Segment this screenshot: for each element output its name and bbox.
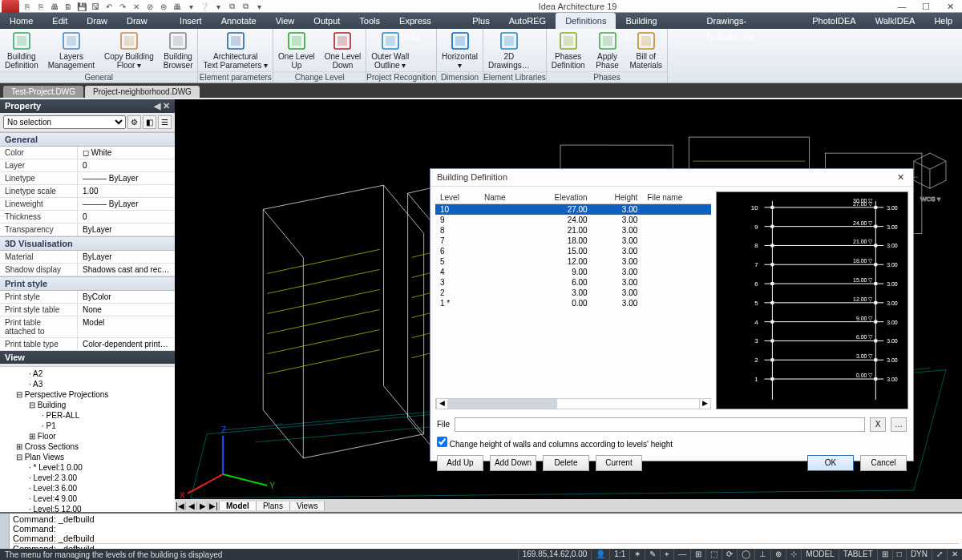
status-cell[interactable]: ⬚ [705, 549, 722, 560]
ribbon-button[interactable]: Bill ofMaterials [625, 29, 668, 71]
menu-item[interactable]: Annotate [212, 13, 266, 29]
cancel-button[interactable]: Cancel [860, 455, 907, 471]
status-cell[interactable]: □ [892, 549, 906, 560]
selection-tool-icon[interactable]: ⚙ [127, 115, 141, 129]
table-row[interactable]: 1027.003.00 [435, 204, 711, 216]
qat-icon[interactable]: 🖶 [171, 0, 184, 13]
menu-item[interactable]: PhotoIDEA [802, 13, 865, 29]
close-button[interactable]: ✕ [938, 0, 962, 12]
tree-item[interactable]: ⊟ Building [2, 400, 173, 410]
table-row[interactable]: 49.003.00 [435, 267, 711, 277]
ribbon-button[interactable]: BuildingBrowser [159, 29, 198, 71]
layout-nav-button[interactable]: ◀ [186, 502, 197, 510]
menu-item[interactable]: Drawings-Calculations [697, 13, 803, 29]
ribbon-button[interactable]: 2DDrawings… [483, 29, 535, 71]
file-input[interactable] [455, 417, 865, 432]
qat-icon[interactable]: ⊘ [143, 0, 156, 13]
table-row[interactable]: 718.003.00 [435, 236, 711, 246]
property-row[interactable]: Print style tableNone [0, 304, 175, 316]
status-cell[interactable]: 1:1 [609, 549, 629, 560]
layout-nav-button[interactable]: ▶| [208, 502, 220, 510]
property-row[interactable]: Lineweight——— ByLayer [0, 198, 175, 211]
table-row[interactable]: 512.003.00 [435, 256, 711, 267]
ribbon-button[interactable]: BuildingDefinition [0, 29, 43, 71]
qat-icon[interactable]: ⎘ [21, 0, 34, 13]
document-tab[interactable]: Test-Project.DWG [3, 86, 83, 98]
menu-item[interactable]: Output [304, 13, 350, 29]
status-cell[interactable]: DYN [906, 549, 932, 560]
tree-item[interactable]: · PER-ALL [2, 410, 173, 421]
property-row[interactable]: Layer0 [0, 159, 175, 172]
property-row[interactable]: Shadow displayShadows cast and recei… [0, 264, 175, 276]
table-row[interactable]: 615.003.00 [435, 246, 711, 256]
status-cell[interactable]: ✶ [629, 549, 645, 560]
view-panel-header[interactable]: View [0, 351, 175, 364]
ribbon-button[interactable]: One LevelUp [273, 29, 320, 71]
qat-icon[interactable]: ⎘ [34, 0, 47, 13]
qat-icon[interactable]: ❔ [198, 0, 211, 13]
status-cell[interactable]: ⊥ [754, 549, 770, 560]
status-cell[interactable]: TABLET [839, 549, 877, 560]
menu-item[interactable]: Draw 3D [117, 13, 170, 29]
status-cell[interactable]: — [673, 549, 690, 560]
menu-item[interactable]: WalkIDEA [866, 13, 925, 29]
tree-item[interactable]: ⊟ Perspective Projections [2, 389, 173, 400]
menu-item[interactable]: Edit [42, 13, 77, 29]
status-cell[interactable]: ⤢ [932, 549, 947, 560]
qat-icon[interactable]: 🖫 [89, 0, 102, 13]
status-cell[interactable]: ◯ [737, 549, 754, 560]
status-cell[interactable]: 👤 [591, 549, 609, 560]
menu-item[interactable]: View [266, 13, 305, 29]
status-cell[interactable]: ⊕ [770, 549, 786, 560]
property-row[interactable]: MaterialByLayer [0, 251, 175, 264]
collapse-icon[interactable]: ◀ ✕ [154, 101, 170, 111]
property-row[interactable]: Linetype——— ByLayer [0, 172, 175, 185]
qat-icon[interactable]: ▾ [253, 0, 265, 13]
ok-button[interactable]: OK [807, 455, 854, 471]
tree-item[interactable]: ⊞ Cross Sections [2, 441, 173, 452]
property-row[interactable]: Linetype scale1.00 [0, 185, 175, 198]
tree-item[interactable]: · P1 [2, 421, 173, 431]
menu-item[interactable]: Plus [463, 13, 499, 29]
menu-item[interactable]: Definitions [556, 13, 616, 29]
change-height-checkbox[interactable]: Change height of walls and columns accor… [437, 440, 673, 449]
selection-tool-icon[interactable]: ☰ [158, 115, 172, 129]
tree-item[interactable]: · Level:5 12.00 [2, 504, 173, 512]
maximize-button[interactable]: ☐ [914, 0, 938, 12]
status-cell[interactable]: ⊹ [786, 549, 801, 560]
ribbon-button[interactable]: LayersManagement [43, 29, 99, 71]
layout-tab[interactable]: Views [290, 502, 325, 510]
status-cell[interactable]: ⌖ [660, 549, 673, 560]
menu-item[interactable]: Draw [77, 13, 117, 29]
qat-icon[interactable]: 💾 [75, 0, 88, 13]
menu-item[interactable]: Express Tools [390, 13, 463, 29]
add-up-button[interactable]: Add Up [437, 455, 483, 471]
view-tree[interactable]: · A2· A3⊟ Perspective Projections⊟ Build… [0, 367, 175, 512]
selection-dropdown[interactable]: No selection [3, 115, 126, 129]
property-row[interactable]: Color◻ White [0, 147, 175, 159]
property-category[interactable]: General [0, 132, 175, 147]
property-panel-header[interactable]: Property ◀ ✕ [0, 99, 175, 113]
delete-button[interactable]: Delete [543, 455, 589, 471]
minimize-button[interactable]: — [890, 0, 914, 12]
table-row[interactable]: 924.003.00 [435, 215, 711, 225]
menu-item[interactable]: Building Entities [616, 13, 697, 29]
ribbon-button[interactable]: ApplyPhase [590, 29, 625, 71]
levels-table[interactable]: LevelNameElevationHeightFile name 1027.0… [435, 191, 711, 308]
table-row[interactable]: 36.003.00 [435, 277, 711, 288]
document-tab[interactable]: Project-neighborhood.DWG [85, 86, 200, 98]
tree-item[interactable]: · Level:4 9.00 [2, 494, 173, 504]
layout-nav-button[interactable]: |◀ [175, 502, 186, 510]
browse-file-button[interactable]: … [891, 417, 907, 432]
current-button[interactable]: Current [596, 455, 642, 471]
status-cell[interactable]: ⊞ [690, 549, 705, 560]
property-row[interactable]: TransparencyByLayer [0, 224, 175, 236]
qat-icon[interactable]: 🖶 [48, 0, 61, 13]
status-cell[interactable]: ⟳ [722, 549, 737, 560]
ribbon-button[interactable]: PhasesDefinition [547, 29, 590, 71]
layout-nav-button[interactable]: ▶ [197, 502, 208, 510]
table-row[interactable]: 23.003.00 [435, 288, 711, 298]
menu-item[interactable]: Help [924, 13, 962, 29]
property-row[interactable]: Print styleByColor [0, 291, 175, 304]
property-row[interactable]: Print table typeColor-dependent print st… [0, 338, 175, 351]
